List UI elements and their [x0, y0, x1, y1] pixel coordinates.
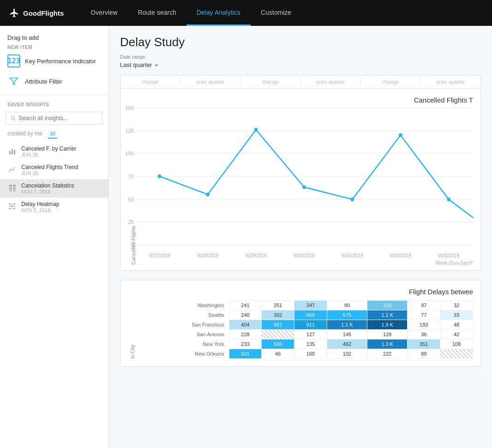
svg-rect-7 — [13, 185, 16, 187]
heatmap-icon — [7, 201, 18, 212]
insight-canceled-by-carrier[interactable]: Canceled F. by Carrier JUN 25 — [0, 142, 108, 161]
drag-label: Drag to add — [0, 31, 108, 42]
table-icon — [7, 183, 18, 193]
main-content: Delay Study Date range Last quarter chan… — [109, 26, 492, 448]
svg-text:Week (Sun-Sat)/Y: Week (Sun-Sat)/Y — [436, 260, 474, 266]
cell: 77 — [408, 310, 440, 320]
tab-route-search[interactable]: Route search — [128, 0, 186, 26]
cell: 145 — [327, 330, 367, 339]
bar-icon — [7, 146, 18, 156]
search-icon — [11, 115, 16, 121]
cell: 669 — [294, 310, 327, 320]
svg-rect-12 — [9, 203, 11, 205]
cell: 1.3 K — [367, 339, 408, 349]
metric-change-2: change — [240, 77, 300, 86]
insight-name-heatmap: Delay Heatmap — [21, 201, 60, 207]
search-input[interactable] — [18, 115, 98, 121]
insight-name-trend: Canceled Flights Trend — [21, 164, 78, 170]
insight-name: Canceled F. by Carrier — [21, 145, 76, 152]
kpi-label: Key Performance Indicator — [25, 58, 96, 65]
date-range-label: Date range — [120, 54, 481, 60]
table-row: San Antonio 228 127 145 128 36 42 — [135, 330, 473, 339]
kpi-icon: 123 — [7, 54, 20, 67]
cell: 33 — [440, 310, 473, 320]
metric-prev-quarter-3: prev. quarter — [421, 77, 480, 86]
svg-text:W30/2019: W30/2019 — [294, 253, 315, 258]
cell: 501 — [229, 349, 262, 359]
insight-delay-heatmap[interactable]: Delay Heatmap NOV 5, 2018 — [0, 198, 108, 216]
cell: 48 — [440, 320, 473, 330]
cell: 127 — [294, 330, 327, 339]
insight-text: Canceled F. by Carrier JUN 25 — [21, 145, 76, 157]
svg-rect-15 — [9, 206, 11, 207]
cell: 661 — [262, 320, 294, 330]
svg-text:W29/2019: W29/2019 — [245, 253, 266, 258]
tab-customize[interactable]: Customize — [251, 0, 301, 26]
cell: 233 — [229, 339, 262, 349]
svg-point-39 — [350, 197, 354, 201]
svg-text:W28/2019: W28/2019 — [197, 253, 218, 258]
cell: 302 — [262, 310, 294, 320]
svg-line-2 — [14, 119, 15, 120]
insight-date-stats: NOV 7, 2018 — [21, 189, 74, 194]
svg-rect-13 — [12, 203, 13, 205]
cell: 32 — [440, 301, 473, 310]
svg-rect-8 — [9, 188, 12, 189]
heatmap-title: Flight Delays betwee — [128, 288, 473, 296]
svg-point-41 — [447, 197, 450, 201]
row-label: New York — [135, 339, 229, 349]
tab-delay-analytics[interactable]: Delay Analytics — [186, 0, 251, 26]
new-item-label: NEW ITEM — [0, 42, 108, 51]
cell: 1.9 K — [367, 320, 408, 330]
layout: Drag to add NEW ITEM 123 Key Performance… — [0, 26, 492, 448]
tab-overview[interactable]: Overview — [80, 0, 127, 26]
cell: 222 — [367, 349, 408, 359]
insight-cancel-stats[interactable]: Cancelation Statistics NOV 7, 2018 — [0, 179, 108, 198]
insight-date-trend: JUN 25 — [21, 170, 78, 176]
cell: 241 — [229, 301, 262, 310]
svg-rect-14 — [14, 203, 15, 205]
metric-change-1: change — [120, 77, 180, 86]
svg-rect-19 — [12, 208, 13, 209]
filter-tabs: created by me all — [0, 127, 108, 142]
saved-insights-label: SAVED INSIGHTS — [0, 99, 108, 109]
nav-tabs: Overview Route search Delay Analytics Cu… — [80, 0, 301, 26]
svg-rect-5 — [14, 150, 15, 154]
logo: GoodFlights — [9, 8, 64, 18]
metric-change-3: change — [361, 77, 421, 86]
svg-rect-16 — [12, 206, 13, 207]
search-insights[interactable] — [6, 112, 103, 125]
metric-prev-quarter-1: prev. quarter — [180, 77, 240, 86]
svg-marker-0 — [10, 78, 18, 85]
insight-canceled-trend[interactable]: Canceled Flights Trend JUN 25 — [0, 161, 108, 179]
table-row: Washington 241 251 347 90 318 97 32 — [135, 301, 473, 310]
cell: 135 — [294, 339, 327, 349]
filter-icon — [7, 75, 20, 88]
svg-point-35 — [158, 175, 162, 179]
sidebar-item-filter[interactable]: Attribute Filter — [0, 71, 108, 91]
insight-text-stats: Cancelation Statistics NOV 7, 2018 — [21, 182, 74, 194]
svg-point-40 — [399, 133, 402, 137]
cell: 42 — [440, 330, 473, 339]
svg-rect-17 — [14, 206, 15, 207]
table-row: San Francisco 404 661 911 1.1 K 1.9 K 19… — [135, 320, 473, 330]
cell: 575 — [327, 310, 367, 320]
svg-rect-3 — [9, 151, 11, 154]
svg-text:W27/2019: W27/2019 — [149, 253, 170, 258]
cell: 97 — [408, 301, 440, 310]
date-range-select[interactable]: Last quarter — [120, 61, 159, 68]
insight-date-heatmap: NOV 5, 2018 — [21, 207, 60, 213]
metric-prev-quarter-2: prev. quarter — [301, 77, 361, 86]
filter-tab-all[interactable]: all — [48, 129, 57, 139]
plane-icon — [9, 8, 19, 18]
insight-text-trend: Canceled Flights Trend JUN 25 — [21, 164, 78, 176]
filter-tab-created-by-me[interactable]: created by me — [7, 129, 46, 139]
cell: 160 — [294, 349, 327, 359]
svg-text:W31/2019: W31/2019 — [342, 253, 363, 258]
cell: 228 — [229, 330, 262, 339]
row-label: New Orleans — [135, 349, 229, 359]
svg-rect-10 — [9, 190, 12, 191]
cell: 90 — [327, 301, 367, 310]
sidebar-item-kpi[interactable]: 123 Key Performance Indicator — [0, 51, 108, 71]
table-row: New York 233 506 135 462 1.3 K 351 108 — [135, 339, 473, 349]
